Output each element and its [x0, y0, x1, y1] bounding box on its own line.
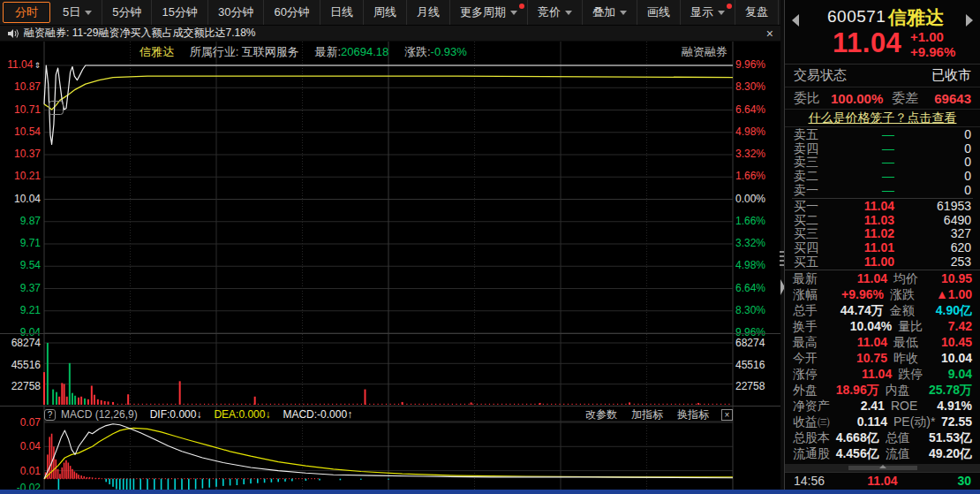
bid-row[interactable]: 买二11.036490	[785, 214, 980, 228]
ask-row[interactable]: 卖四—0	[785, 142, 980, 156]
volume-pane[interactable]: 682744551622758682744551622758	[0, 333, 782, 406]
overlay-legend-label[interactable]: 融资融券	[682, 44, 727, 60]
toolbar-tab-13[interactable]: 显示	[681, 0, 735, 25]
toolbar-tab-label: 日线	[330, 4, 353, 20]
macd-pane[interactable]: ? MACD (12,26,9) DIF:0.000↓ DEA:0.000↓ M…	[0, 406, 782, 493]
bid-price[interactable]: 11.01	[825, 241, 894, 255]
stat-label: 收益㈢	[793, 414, 839, 429]
macd-hist-bar	[305, 479, 307, 481]
toolbar-tab-14[interactable]: 复盘	[735, 0, 779, 25]
scrollbar-thumb[interactable]	[848, 466, 917, 470]
toolbar-tab-4[interactable]: 30分钟	[208, 0, 264, 25]
axis-label: 0.01	[0, 465, 41, 477]
macd-hist-bar	[109, 479, 110, 484]
volume-bar	[43, 372, 45, 405]
toolbar-tab-8[interactable]: 月线	[407, 0, 450, 25]
volume-bar	[52, 390, 54, 405]
ask-row[interactable]: 卖二—0	[785, 170, 980, 184]
volume-bar	[97, 399, 99, 405]
toolbar-tab-9[interactable]: 更多周期	[450, 0, 528, 25]
toolbar-tab-0[interactable]: 分时	[3, 2, 50, 23]
prev-stock-arrow[interactable]	[792, 14, 799, 27]
intraday-price-pane[interactable]: 信雅达 所属行业: 互联网服务 最新:20694.18 涨跌:-0.93% 融资…	[0, 42, 782, 333]
volume-bar	[101, 400, 102, 405]
axis-label: 0.00%	[735, 193, 781, 205]
ask-price[interactable]: —	[825, 128, 894, 141]
macd-header: ? MACD (12,26,9) DIF:0.000↓ DEA:0.000↓ M…	[44, 407, 733, 422]
macd-hist-bar	[68, 463, 70, 479]
quote-panel: 600571 信雅达 11.04 +1.00+9.96% 交易状态 已收市 委比…	[784, 0, 980, 494]
bid-price[interactable]: 11.00	[825, 255, 894, 269]
volume-baseline-tick	[526, 404, 527, 405]
volume-baseline-tick	[179, 404, 180, 405]
bid-row[interactable]: 买一11.0461953	[785, 200, 980, 214]
volume-chart[interactable]	[0, 334, 782, 407]
ask-row[interactable]: 卖三—0	[785, 156, 980, 170]
toolbar-tab-11[interactable]: 叠加	[583, 0, 637, 25]
chevron-down-icon	[565, 11, 572, 15]
next-stock-arrow[interactable]	[966, 14, 973, 27]
volume-baseline-tick	[125, 404, 126, 405]
bid-row[interactable]: 买四11.01620	[785, 241, 980, 255]
bid-price[interactable]: 11.02	[825, 227, 894, 240]
volume-baseline-tick	[431, 404, 432, 405]
volume-baseline-tick	[349, 404, 350, 405]
ask-price[interactable]: —	[825, 142, 894, 156]
ask-price[interactable]: —	[825, 156, 894, 169]
volume-baseline-tick	[344, 404, 345, 405]
close-indicator-icon[interactable]: ×	[721, 409, 733, 421]
add-indicator-button[interactable]: 加指标	[631, 407, 663, 422]
volume-bar	[84, 399, 86, 405]
notification-dot	[519, 4, 524, 9]
toolbar-tab-2[interactable]: 5分钟	[102, 0, 152, 25]
stock-name[interactable]: 信雅达	[888, 5, 944, 30]
ask-volume: 0	[894, 170, 971, 183]
macd-title[interactable]: MACD (12,26,9)	[61, 408, 138, 421]
toolbar-tab-5[interactable]: 60分钟	[264, 0, 320, 25]
ask-row[interactable]: 卖一—0	[785, 183, 980, 197]
volume-baseline-tick	[352, 404, 353, 405]
bid-volume: 327	[894, 227, 971, 240]
volume-baseline-tick	[629, 404, 630, 405]
bid-price[interactable]: 11.03	[825, 214, 894, 227]
axis-label: 10.04	[0, 193, 41, 205]
volume-baseline-tick	[555, 404, 556, 405]
volume-baseline-tick	[584, 404, 585, 405]
stat-label: 涨幅	[793, 287, 837, 302]
volume-baseline-tick	[477, 404, 478, 405]
volume-baseline-tick	[212, 404, 213, 405]
macd-hist-bar	[92, 477, 94, 478]
ask-price[interactable]: —	[825, 170, 894, 183]
volume-baseline-tick	[423, 404, 424, 405]
toolbar-tab-3[interactable]: 15分钟	[152, 0, 207, 25]
axis-label: 9.54	[0, 259, 41, 271]
volume-baseline-tick	[287, 404, 288, 405]
toolbar-tab-12[interactable]: 画线	[637, 0, 681, 25]
ask-price[interactable]: —	[825, 184, 894, 197]
price-cage-link[interactable]: 什么是价格笼子？点击查看	[809, 110, 957, 126]
last-price: 11.04	[833, 27, 901, 59]
volume-baseline-tick	[531, 404, 531, 405]
news-ticker-text[interactable]: 融资融券: 11-29融资净买入额占成交额比达7.18%	[24, 26, 256, 41]
toolbar-tab-10[interactable]: 竞价	[528, 0, 583, 25]
help-icon[interactable]: ?	[44, 409, 56, 421]
panel-scrollbar[interactable]	[785, 464, 980, 472]
volume-baseline-tick	[249, 404, 250, 405]
stat-row: 收益㈢0.114PE(动)*72.55	[785, 414, 980, 430]
toolbar-tab-1[interactable]: 5日	[53, 0, 102, 25]
bid-row[interactable]: 买五11.00253	[785, 255, 980, 269]
toolbar-tab-7[interactable]: 周线	[364, 0, 407, 25]
volume-bar	[72, 393, 73, 405]
macd-hist-bar	[57, 469, 59, 479]
switch-indicator-button[interactable]: 换指标	[677, 407, 709, 422]
macd-hist-bar	[83, 476, 85, 479]
price-chart[interactable]	[0, 42, 782, 333]
toolbar-tab-6[interactable]: 日线	[320, 0, 364, 25]
ask-row[interactable]: 卖五—0	[785, 128, 980, 142]
change-params-button[interactable]: 改参数	[585, 407, 617, 422]
volume-baseline-tick	[435, 404, 436, 405]
close-icon[interactable]: ×	[766, 26, 773, 42]
bid-price[interactable]: 11.04	[825, 200, 894, 213]
bid-row[interactable]: 买三11.02327	[785, 227, 980, 241]
stock-code[interactable]: 600571	[827, 7, 886, 27]
